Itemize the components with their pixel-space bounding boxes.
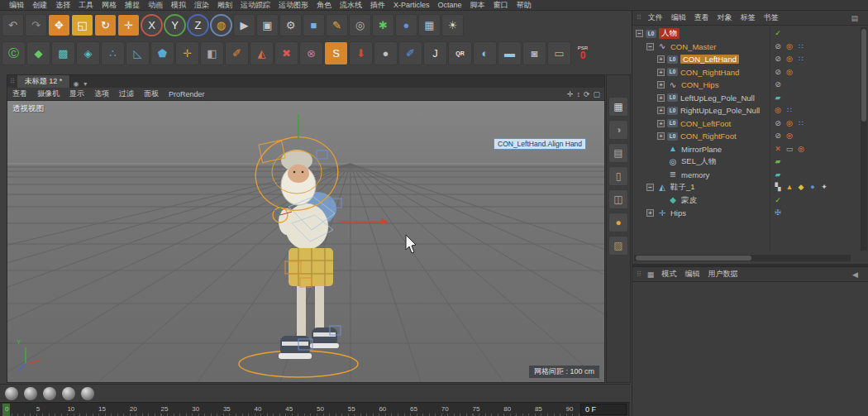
sculpt-tool-icon[interactable]: S: [324, 41, 348, 65]
array-mograph-icon[interactable]: ▦: [418, 14, 441, 36]
drag-handle-icon[interactable]: ⠿: [7, 78, 17, 85]
tab-menu-arrow-icon[interactable]: ▾: [81, 80, 89, 88]
workplane-mode-icon[interactable]: ◈: [76, 41, 100, 65]
target-orange-tag-icon[interactable]: ◎: [785, 132, 794, 140]
drag-handle-icon[interactable]: ⠿: [634, 270, 644, 278]
object-label[interactable]: RightUpLeg_Pole_Null: [680, 106, 760, 115]
object-label[interactable]: 人物: [659, 28, 680, 39]
timeline-tick-80[interactable]: 80: [503, 405, 511, 413]
document-tab[interactable]: 未标题 12 *: [17, 75, 71, 88]
reset-psr-button[interactable]: PSR0: [572, 41, 594, 65]
object-label[interactable]: Hips: [670, 208, 686, 218]
collapse-panel-icon[interactable]: ◀: [852, 270, 868, 279]
green-chip-tag-icon[interactable]: ▰: [773, 158, 783, 165]
make-editable-icon[interactable]: Ⓒ: [2, 41, 26, 65]
x-axis-lock-icon[interactable]: X: [141, 14, 163, 36]
timeline-tick-35[interactable]: 35: [223, 405, 231, 413]
om-menu-item-2[interactable]: 编辑: [667, 12, 690, 23]
expand-toggle-icon[interactable]: +: [657, 94, 665, 102]
gold-material-icon[interactable]: ●: [608, 213, 628, 232]
object-row-Hips[interactable]: +✛Hips✠: [632, 207, 859, 220]
axis-mode-icon[interactable]: ✛: [175, 41, 199, 65]
timeline-tick-15[interactable]: 15: [98, 405, 106, 413]
object-row-CON_Hips[interactable]: +∿CON_Hips⊘: [632, 79, 859, 92]
object-row-蒙皮[interactable]: ◆蒙皮✓: [632, 194, 859, 208]
object-label[interactable]: SEL_人物: [681, 156, 716, 167]
menubar-item-12[interactable]: 运动图形: [274, 0, 312, 11]
filter-icon[interactable]: ▤: [851, 14, 868, 22]
generator-icon[interactable]: ✱: [372, 14, 394, 36]
check-green-tag-icon[interactable]: ✓: [773, 197, 783, 204]
menubar-item-8[interactable]: 模拟: [167, 0, 190, 11]
object-row-人物[interactable]: −L0人物✓: [632, 27, 859, 41]
menubar-item-5[interactable]: 网格: [98, 0, 121, 11]
collapse-toggle-icon[interactable]: −: [646, 184, 654, 191]
om-menu-item-6[interactable]: 书签: [760, 12, 783, 23]
texture-mode-icon[interactable]: ▩: [51, 41, 75, 65]
am-tab-2[interactable]: 编辑: [680, 269, 703, 280]
y-axis-lock-icon[interactable]: Y: [164, 14, 186, 36]
timeline-tick-90[interactable]: 90: [566, 405, 574, 413]
slash-gray-tag-icon[interactable]: ⊘: [773, 55, 783, 63]
slash-gray-tag-icon[interactable]: ⊘: [773, 120, 783, 127]
rotate-tool-icon[interactable]: ↻: [94, 14, 117, 36]
viewport-menu-item-3[interactable]: 显示: [64, 88, 89, 99]
slash-gray-tag-icon[interactable]: ⊘: [773, 43, 783, 50]
timeline-tick-85[interactable]: 85: [535, 405, 542, 413]
knife-tool-icon[interactable]: ◭: [250, 41, 274, 65]
camera-object-icon[interactable]: ◙: [522, 41, 546, 65]
object-row-CON_Master[interactable]: −∿CON_Master⊘◎∷: [632, 41, 859, 54]
timeline-tick-55[interactable]: 55: [348, 405, 355, 413]
object-row-LeftUpLeg_Pole_Null[interactable]: +L0LeftUpLeg_Pole_Null▰: [632, 92, 859, 105]
current-frame-field[interactable]: 0 F: [580, 404, 627, 415]
menubar-item-18[interactable]: 脚本: [466, 0, 489, 11]
object-label[interactable]: CON_Hips: [681, 80, 718, 89]
object-label[interactable]: CON_RightHand: [680, 68, 739, 77]
triangle-orange-tag-icon[interactable]: ▲: [785, 184, 794, 191]
timeline-tick-50[interactable]: 50: [317, 405, 324, 413]
material-preview-icon[interactable]: [62, 387, 75, 400]
viewport-menu-item-5[interactable]: 过滤: [114, 88, 139, 99]
viewport-menu-item-4[interactable]: 选项: [89, 88, 114, 99]
timeline-tick-45[interactable]: 45: [285, 405, 293, 413]
menubar-item-11[interactable]: 运动跟踪: [236, 0, 274, 11]
timeline-tick-5[interactable]: 5: [36, 405, 40, 413]
viewport-menu-item-7[interactable]: ProRender: [164, 90, 210, 98]
timeline-tick-10[interactable]: 10: [67, 405, 74, 413]
om-menu-item-3[interactable]: 查看: [690, 12, 713, 23]
dots-blue-tag-icon[interactable]: ∷: [785, 107, 794, 114]
target-orange-tag-icon[interactable]: ◎: [773, 107, 783, 114]
slash-gray-tag-icon[interactable]: ⊘: [773, 132, 783, 140]
menubar-item-16[interactable]: X-Particles: [389, 1, 434, 9]
horizontal-scrollbar[interactable]: [634, 255, 851, 261]
shaded-sphere-icon[interactable]: ◑: [608, 120, 628, 140]
vertical-scrollbar[interactable]: [861, 27, 867, 251]
qr-plugin-icon[interactable]: QR: [448, 41, 472, 65]
object-row-鞋子_1[interactable]: −◭鞋子_1▚▲◆●✦: [632, 181, 859, 194]
timeline-ruler[interactable]: 0 F 051015202530354045505560657075808590: [0, 402, 630, 416]
target-orange-tag-icon[interactable]: ◎: [785, 55, 794, 63]
menubar-item-7[interactable]: 动画: [144, 0, 167, 11]
menubar-item-3[interactable]: 选择: [51, 0, 74, 11]
teal-chip-tag-icon[interactable]: ▰: [773, 171, 783, 179]
target-orange-tag-icon[interactable]: ◎: [785, 43, 794, 50]
object-label[interactable]: CON_Master: [670, 42, 716, 51]
menubar-item-20[interactable]: 帮助: [513, 0, 536, 11]
delete-tool-icon[interactable]: ✖: [274, 41, 298, 65]
timeline-tick-25[interactable]: 25: [161, 405, 169, 413]
target-orange-tag-icon[interactable]: ◎: [796, 146, 806, 153]
collapse-toggle-icon[interactable]: −: [636, 30, 643, 37]
zoom-view-icon[interactable]: ↕: [576, 90, 580, 98]
object-row-memory[interactable]: ≣memory▰: [632, 169, 859, 182]
dots-blue-tag-icon[interactable]: ∷: [796, 120, 806, 127]
render-view-icon[interactable]: ▶: [233, 14, 255, 36]
timeline-tick-75[interactable]: 75: [473, 405, 480, 413]
material-ball-icon[interactable]: ●: [374, 41, 398, 65]
panel-gray-tag-icon[interactable]: ▭: [785, 146, 794, 153]
cross-blue-tag-icon[interactable]: ✠: [773, 209, 783, 217]
last-tool-icon[interactable]: ✛: [117, 14, 140, 36]
render-settings-icon[interactable]: ⚙: [279, 14, 302, 36]
undo-icon[interactable]: ↶: [2, 14, 24, 36]
expand-toggle-icon[interactable]: +: [657, 55, 665, 63]
timeline-tick-0[interactable]: 0: [5, 405, 8, 413]
